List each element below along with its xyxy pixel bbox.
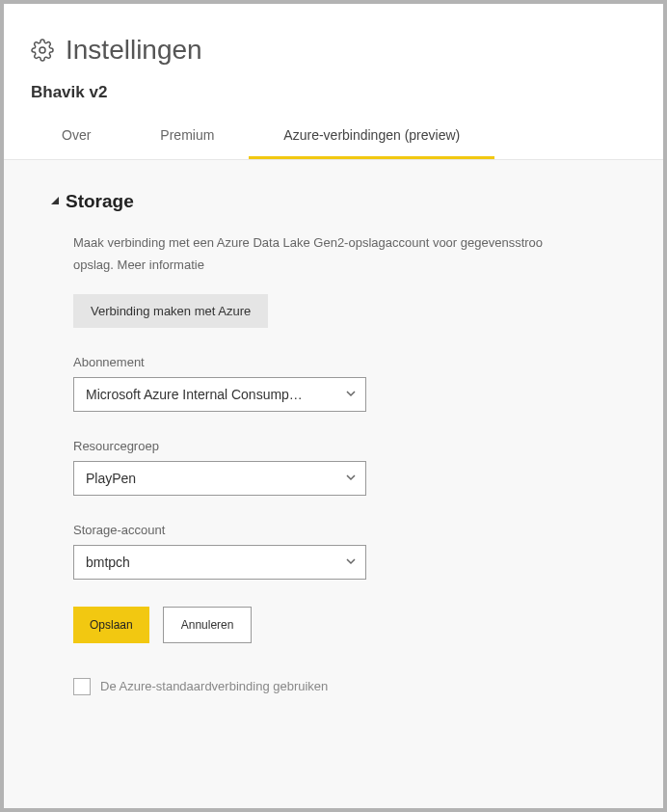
resource-group-select[interactable]: PlayPen: [73, 461, 366, 496]
tab-over[interactable]: Over: [27, 114, 125, 159]
default-connection-checkbox-row: De Azure-standaardverbinding gebruiken: [73, 678, 663, 695]
resource-group-label: Resourcegroep: [73, 439, 663, 453]
subscription-group: Abonnement Microsoft Azure Internal Cons…: [73, 355, 663, 412]
workspace-name: Bhavik v2: [31, 83, 636, 102]
section-body: Maak verbinding met een Azure Data Lake …: [50, 231, 663, 695]
button-row: Opslaan Annuleren: [73, 607, 663, 643]
tab-premium[interactable]: Premium: [125, 114, 249, 159]
page-title: Instellingen: [66, 35, 202, 66]
default-connection-checkbox[interactable]: [73, 678, 91, 695]
content-area: Storage Maak verbinding met een Azure Da…: [4, 160, 663, 808]
save-button[interactable]: Opslaan: [73, 607, 149, 643]
header: Instellingen Bhavik v2: [4, 4, 663, 114]
storage-account-select[interactable]: bmtpch: [73, 545, 366, 580]
collapse-triangle-icon: [50, 197, 60, 206]
description-text-2: opslag.: [73, 257, 114, 272]
section-description: Maak verbinding met een Azure Data Lake …: [73, 231, 663, 277]
connect-azure-button[interactable]: Verbinding maken met Azure: [73, 294, 268, 328]
app-container: Instellingen Bhavik v2 Over Premium Azur…: [4, 4, 663, 808]
storage-account-label: Storage-account: [73, 523, 663, 537]
default-connection-label: De Azure-standaardverbinding gebruiken: [100, 679, 328, 693]
section-title: Storage: [66, 191, 134, 212]
section-header[interactable]: Storage: [50, 191, 663, 212]
tabs: Over Premium Azure-verbindingen (preview…: [4, 114, 663, 160]
cancel-button[interactable]: Annuleren: [163, 607, 253, 643]
description-text-1: Maak verbinding met een Azure Data Lake …: [73, 235, 543, 250]
more-info-link[interactable]: Meer informatie: [118, 257, 204, 272]
svg-point-0: [40, 47, 45, 53]
subscription-label: Abonnement: [73, 355, 663, 369]
subscription-select[interactable]: Microsoft Azure Internal Consump…: [73, 377, 366, 412]
title-row: Instellingen: [31, 35, 636, 66]
gear-icon: [31, 39, 54, 62]
storage-account-group: Storage-account bmtpch: [73, 523, 663, 580]
subscription-select-wrapper: Microsoft Azure Internal Consump…: [73, 377, 366, 412]
tab-azure-connections[interactable]: Azure-verbindingen (preview): [249, 114, 494, 159]
storage-account-select-wrapper: bmtpch: [73, 545, 366, 580]
resource-group-select-wrapper: PlayPen: [73, 461, 366, 496]
resource-group-group: Resourcegroep PlayPen: [73, 439, 663, 496]
